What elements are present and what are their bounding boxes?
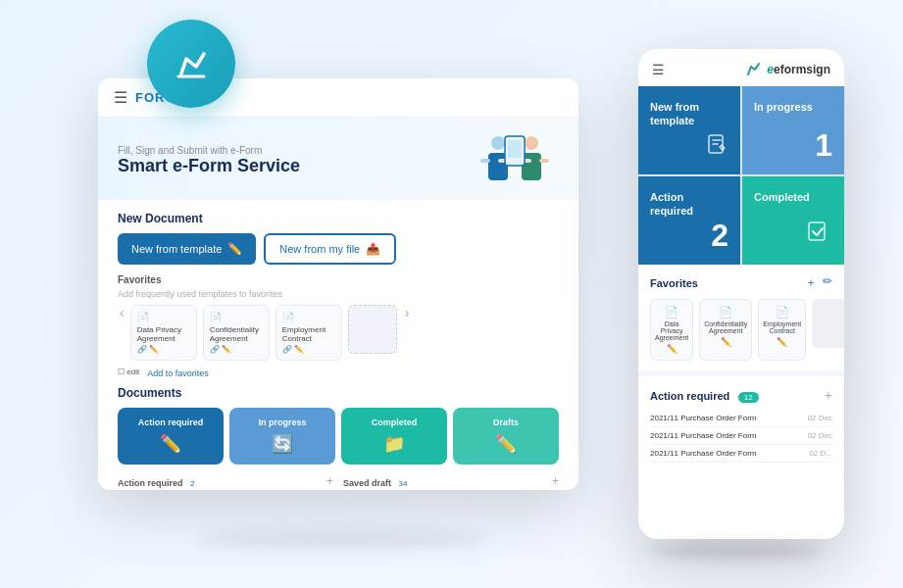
fav-actions-2: 🔗 ✏️ xyxy=(282,345,335,354)
mobile-action-row-2[interactable]: 2021/11 Purchase Order Form 02 D... xyxy=(650,445,832,463)
drafts-tile-label: Drafts xyxy=(493,417,519,427)
drafts-tile-icon: ✏️ xyxy=(495,433,517,455)
documents-section: Documents Action required ✏️ In progress… xyxy=(118,386,559,465)
mobile-new-template-tile[interactable]: New from template xyxy=(638,86,740,174)
fav-item-1[interactable]: 📄 Confidentiality Agreement 🔗 ✏️ xyxy=(203,305,270,361)
mobile-fav-item-1[interactable]: 📄 Confidentiality Agreement ✏️ xyxy=(699,299,752,361)
mobile-fav-item-2[interactable]: 📄 Employment Contract ✏️ xyxy=(758,299,806,361)
btn-template-label: New from template xyxy=(131,243,222,255)
fav-item-name-1: Confidentiality Agreement xyxy=(210,325,263,343)
fav-checkbox[interactable]: ☐ edit xyxy=(118,368,139,376)
mobile-fav-link-1[interactable]: ✏️ xyxy=(704,337,747,347)
action-list-count: 2 xyxy=(190,479,194,488)
mobile-action-date-2: 02 D... xyxy=(809,449,832,458)
completed-tile-icon: 📁 xyxy=(383,433,405,455)
fav-item-name-0: Data Privacy Agreement xyxy=(137,325,190,343)
mobile-tiles: New from template In progress 1 Action r… xyxy=(638,86,844,265)
completed-tile-label: Completed xyxy=(372,417,418,427)
mobile-action-row-0[interactable]: 2021/11 Purchase Order Form 02 Dec xyxy=(650,410,832,427)
mobile-action-section: Action required 12 + 2021/11 Purchase Or… xyxy=(638,376,844,539)
mobile-in-progress-tile[interactable]: In progress 1 xyxy=(742,86,844,174)
mobile-tile-label-2: Action required xyxy=(650,190,728,219)
documents-section-title: Documents xyxy=(118,386,559,400)
edit-icon: ✏️ xyxy=(227,242,242,256)
mobile-favorites-section: Favorites ＋ ✏ 📄 Data Privacy Agreement ✏… xyxy=(638,265,844,376)
mobile-action-title: Action required xyxy=(650,390,729,402)
fav-doc-icon-1: 📄 xyxy=(210,312,263,322)
mobile-tile-value-2: 2 xyxy=(711,220,728,251)
favorites-items: 📄 Data Privacy Agreement 🔗 ✏️ 📄 Confiden… xyxy=(130,305,397,361)
hamburger-icon[interactable]: ☰ xyxy=(114,88,127,107)
doc-tiles: Action required ✏️ In progress 🔄 Complet… xyxy=(118,408,559,465)
mobile-tile-label-3: Completed xyxy=(754,190,832,204)
action-required-list-header: Action required 2 + xyxy=(118,472,333,490)
mobile-fav-icon-2: 📄 xyxy=(763,306,801,318)
draft-list-count: 34 xyxy=(398,479,407,488)
mobile-fav-link-0[interactable]: ✏️ xyxy=(655,344,688,354)
mobile-action-add-icon[interactable]: + xyxy=(825,387,832,403)
mobile-action-row-1[interactable]: 2021/11 Purchase Order Form 02 Dec xyxy=(650,427,832,445)
favorites-add-icon[interactable]: ＋ xyxy=(805,274,817,291)
new-from-template-button[interactable]: New from template ✏️ xyxy=(118,233,256,265)
mobile-fav-item-0[interactable]: 📄 Data Privacy Agreement ✏️ xyxy=(650,299,693,361)
mobile-hamburger-icon[interactable]: ☰ xyxy=(652,62,665,77)
mobile-tile-value-1: 1 xyxy=(815,129,832,161)
mobile-fav-items: 📄 Data Privacy Agreement ✏️ 📄 Confidenti… xyxy=(650,299,832,361)
fav-item-2[interactable]: 📄 Employment Contract 🔗 ✏️ xyxy=(276,305,342,361)
desktop-hero: Fill, Sign and Submit with e-Form Smart … xyxy=(98,118,578,200)
progress-tile-icon: 🔄 xyxy=(272,433,293,455)
mobile-action-name-2: 2021/11 Purchase Order Form xyxy=(650,449,809,458)
mobile-tile-label-0: New from template xyxy=(650,100,728,128)
mobile-brand-icon xyxy=(745,61,763,78)
action-tile-label: Action required xyxy=(138,417,204,427)
scene: ☰ FORCS Fill, Sign and Submit with e-For… xyxy=(0,0,903,588)
desktop-content: New Document New from template ✏️ New fr… xyxy=(98,200,578,490)
saved-draft-list-header: Saved draft 34 + xyxy=(343,472,559,490)
in-progress-tile[interactable]: In progress 🔄 xyxy=(229,408,335,465)
svg-point-3 xyxy=(525,136,538,150)
completed-tile[interactable]: Completed 📁 xyxy=(341,408,447,465)
new-from-myfile-button[interactable]: New from my file 📤 xyxy=(264,233,396,265)
action-required-tile[interactable]: Action required ✏️ xyxy=(118,408,224,465)
add-to-favorites-link[interactable]: Add to favorites xyxy=(147,368,209,378)
draft-list-add-icon[interactable]: + xyxy=(552,474,559,488)
favorites-subtitle: Add frequently used templates to favorit… xyxy=(118,289,559,299)
action-list-add-icon[interactable]: + xyxy=(326,474,333,488)
drafts-tile[interactable]: Drafts ✏️ xyxy=(453,408,559,465)
mobile-action-required-tile[interactable]: Action required 2 xyxy=(638,176,740,265)
saved-draft-list: Saved draft 34 + Fixed assets report_Pur… xyxy=(343,472,559,490)
logo-circle xyxy=(147,20,235,108)
svg-rect-8 xyxy=(508,140,522,158)
mobile-favorites-icons: ＋ ✏ xyxy=(805,274,832,291)
svg-rect-2 xyxy=(480,159,490,163)
svg-rect-10 xyxy=(809,222,825,240)
mobile-action-date-0: 02 Dec xyxy=(808,414,832,422)
mobile-fav-blank xyxy=(812,299,844,348)
desktop-card: ☰ FORCS Fill, Sign and Submit with e-For… xyxy=(98,78,578,490)
desktop-shadow xyxy=(196,529,490,549)
mobile-action-name-0: 2021/11 Purchase Order Form xyxy=(650,414,808,422)
action-tile-icon: ✏️ xyxy=(160,433,181,455)
fav-item-0[interactable]: 📄 Data Privacy Agreement 🔗 ✏️ xyxy=(130,305,197,361)
favorites-edit-icon[interactable]: ✏ xyxy=(823,274,832,291)
fav-item-blank xyxy=(348,305,397,354)
mobile-favorites-header: Favorites ＋ ✏ xyxy=(650,274,832,291)
chevron-left-icon[interactable]: ‹ xyxy=(120,305,125,320)
mobile-shadow xyxy=(648,544,825,559)
favorites-header: Favorites xyxy=(118,274,559,285)
mobile-action-badge: 12 xyxy=(738,392,759,403)
doc-list-section: Action required 2 + PDF Report_Purchase_… xyxy=(118,472,559,490)
fav-checkbox-label: edit xyxy=(126,368,139,376)
fav-doc-icon-0: 📄 xyxy=(137,312,190,322)
chevron-right-icon[interactable]: › xyxy=(405,305,410,320)
mobile-action-name-1: 2021/11 Purchase Order Form xyxy=(650,431,808,440)
mobile-fav-link-2[interactable]: ✏️ xyxy=(763,337,801,347)
mobile-fav-icon-0: 📄 xyxy=(655,306,688,318)
mobile-brand-name: eeformsign xyxy=(767,63,830,76)
mobile-card: ☰ eeformsign New from template xyxy=(638,49,844,539)
action-required-list: Action required 2 + PDF Report_Purchase_… xyxy=(118,472,333,490)
new-document-title: New Document xyxy=(118,212,559,225)
mobile-completed-tile[interactable]: Completed xyxy=(742,176,844,265)
mobile-action-date-1: 02 Dec xyxy=(808,431,832,440)
svg-point-0 xyxy=(491,136,505,150)
